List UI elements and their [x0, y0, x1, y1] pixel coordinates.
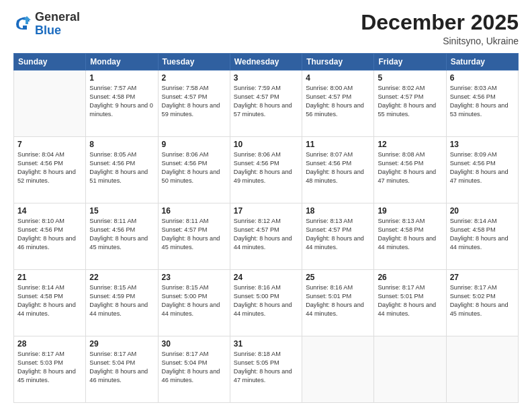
daylight-text: Daylight: 8 hours and 53 minutes.	[450, 101, 515, 119]
table-row	[14, 71, 86, 137]
daylight-text: Daylight: 8 hours and 47 minutes.	[378, 168, 442, 185]
sunrise-text: Sunrise: 7:59 AM	[234, 84, 298, 93]
sunset-text: Sunset: 5:02 PM	[450, 292, 515, 301]
day-number: 6	[450, 73, 515, 83]
sunset-text: Sunset: 4:57 PM	[162, 226, 226, 234]
sunset-text: Sunset: 4:58 PM	[89, 93, 154, 101]
day-number: 4	[306, 73, 370, 83]
sunrise-text: Sunrise: 8:15 AM	[162, 283, 226, 292]
sunset-text: Sunset: 5:03 PM	[17, 359, 82, 367]
sunset-text: Sunset: 5:01 PM	[306, 292, 370, 301]
sunrise-text: Sunrise: 8:17 AM	[378, 283, 442, 292]
daylight-text: Daylight: 8 hours and 59 minutes.	[162, 101, 226, 119]
day-number: 8	[89, 140, 154, 149]
day-number: 11	[306, 140, 370, 149]
table-row	[374, 336, 446, 403]
day-number: 5	[378, 73, 442, 83]
day-detail: Sunrise: 8:18 AMSunset: 5:05 PMDaylight:…	[234, 350, 298, 385]
calendar-table: Sunday Monday Tuesday Wednesday Thursday…	[13, 53, 519, 403]
sunrise-text: Sunrise: 8:16 AM	[306, 283, 370, 292]
sunrise-text: Sunrise: 8:10 AM	[17, 217, 82, 226]
table-row: 5Sunrise: 8:02 AMSunset: 4:57 PMDaylight…	[374, 71, 446, 137]
calendar-week-row: 14Sunrise: 8:10 AMSunset: 4:56 PMDayligh…	[14, 203, 519, 270]
daylight-text: Daylight: 8 hours and 45 minutes.	[162, 234, 226, 252]
sunrise-text: Sunrise: 8:11 AM	[162, 217, 226, 226]
table-row: 26Sunrise: 8:17 AMSunset: 5:01 PMDayligh…	[374, 270, 446, 336]
sunset-text: Sunset: 5:04 PM	[89, 359, 154, 367]
sunrise-text: Sunrise: 8:04 AM	[17, 150, 82, 159]
col-tuesday: Tuesday	[158, 54, 230, 71]
day-number: 2	[162, 73, 226, 83]
table-row: 19Sunrise: 8:13 AMSunset: 4:58 PMDayligh…	[374, 203, 446, 270]
table-row: 8Sunrise: 8:05 AMSunset: 4:56 PMDaylight…	[86, 137, 158, 203]
logo-icon	[13, 15, 32, 34]
day-detail: Sunrise: 8:00 AMSunset: 4:57 PMDaylight:…	[306, 84, 370, 119]
day-detail: Sunrise: 8:07 AMSunset: 4:56 PMDaylight:…	[306, 150, 370, 185]
title-block: December 2025 Sinitsyno, Ukraine	[361, 11, 519, 46]
daylight-text: Daylight: 8 hours and 44 minutes.	[89, 301, 154, 318]
sunset-text: Sunset: 4:58 PM	[450, 226, 515, 234]
sunrise-text: Sunrise: 8:12 AM	[234, 217, 298, 226]
table-row: 10Sunrise: 8:06 AMSunset: 4:56 PMDayligh…	[230, 137, 302, 203]
logo-text: General Blue	[35, 11, 80, 38]
table-row: 4Sunrise: 8:00 AMSunset: 4:57 PMDaylight…	[302, 71, 374, 137]
daylight-text: Daylight: 8 hours and 44 minutes.	[17, 301, 82, 318]
day-detail: Sunrise: 8:06 AMSunset: 4:56 PMDaylight:…	[162, 150, 226, 185]
sunset-text: Sunset: 5:04 PM	[162, 359, 226, 367]
sunrise-text: Sunrise: 8:02 AM	[378, 84, 442, 93]
day-detail: Sunrise: 8:03 AMSunset: 4:56 PMDaylight:…	[450, 84, 515, 119]
table-row: 2Sunrise: 7:58 AMSunset: 4:57 PMDaylight…	[158, 71, 230, 137]
table-row: 25Sunrise: 8:16 AMSunset: 5:01 PMDayligh…	[302, 270, 374, 336]
daylight-text: Daylight: 8 hours and 46 minutes.	[17, 234, 82, 252]
table-row: 16Sunrise: 8:11 AMSunset: 4:57 PMDayligh…	[158, 203, 230, 270]
table-row: 15Sunrise: 8:11 AMSunset: 4:56 PMDayligh…	[86, 203, 158, 270]
daylight-text: Daylight: 8 hours and 56 minutes.	[306, 101, 370, 119]
daylight-text: Daylight: 8 hours and 44 minutes.	[234, 234, 298, 252]
table-row: 23Sunrise: 8:15 AMSunset: 5:00 PMDayligh…	[158, 270, 230, 336]
sunset-text: Sunset: 4:56 PM	[378, 159, 442, 168]
daylight-text: Daylight: 8 hours and 46 minutes.	[89, 367, 154, 385]
table-row: 9Sunrise: 8:06 AMSunset: 4:56 PMDaylight…	[158, 137, 230, 203]
sunset-text: Sunset: 4:56 PM	[162, 159, 226, 168]
calendar-header-row: Sunday Monday Tuesday Wednesday Thursday…	[14, 54, 519, 71]
daylight-text: Daylight: 8 hours and 45 minutes.	[17, 367, 82, 385]
sunrise-text: Sunrise: 8:00 AM	[306, 84, 370, 93]
day-number: 29	[89, 339, 154, 349]
day-detail: Sunrise: 7:58 AMSunset: 4:57 PMDaylight:…	[162, 84, 226, 119]
day-detail: Sunrise: 7:59 AMSunset: 4:57 PMDaylight:…	[234, 84, 298, 119]
calendar-week-row: 28Sunrise: 8:17 AMSunset: 5:03 PMDayligh…	[14, 336, 519, 403]
table-row: 31Sunrise: 8:18 AMSunset: 5:05 PMDayligh…	[230, 336, 302, 403]
day-number: 16	[162, 206, 226, 216]
daylight-text: Daylight: 8 hours and 45 minutes.	[89, 234, 154, 252]
month-title: December 2025	[361, 11, 519, 34]
daylight-text: Daylight: 8 hours and 47 minutes.	[450, 168, 515, 185]
sunset-text: Sunset: 4:58 PM	[378, 226, 442, 234]
day-detail: Sunrise: 8:13 AMSunset: 4:58 PMDaylight:…	[378, 217, 442, 252]
day-number: 30	[162, 339, 226, 349]
sunset-text: Sunset: 4:57 PM	[306, 226, 370, 234]
daylight-text: Daylight: 8 hours and 44 minutes.	[306, 301, 370, 318]
table-row: 18Sunrise: 8:13 AMSunset: 4:57 PMDayligh…	[302, 203, 374, 270]
sunrise-text: Sunrise: 8:15 AM	[89, 283, 154, 292]
col-monday: Monday	[86, 54, 158, 71]
sunrise-text: Sunrise: 8:18 AM	[234, 350, 298, 359]
sunset-text: Sunset: 4:56 PM	[450, 159, 515, 168]
table-row: 22Sunrise: 8:15 AMSunset: 4:59 PMDayligh…	[86, 270, 158, 336]
day-number: 24	[234, 273, 298, 282]
sunrise-text: Sunrise: 8:07 AM	[306, 150, 370, 159]
day-detail: Sunrise: 8:09 AMSunset: 4:56 PMDaylight:…	[450, 150, 515, 185]
sunrise-text: Sunrise: 8:06 AM	[234, 150, 298, 159]
day-number: 17	[234, 206, 298, 216]
header: General Blue December 2025 Sinitsyno, Uk…	[13, 11, 519, 46]
day-detail: Sunrise: 8:15 AMSunset: 4:59 PMDaylight:…	[89, 283, 154, 318]
day-number: 23	[162, 273, 226, 282]
sunrise-text: Sunrise: 8:11 AM	[89, 217, 154, 226]
day-detail: Sunrise: 8:05 AMSunset: 4:56 PMDaylight:…	[89, 150, 154, 185]
daylight-text: Daylight: 8 hours and 50 minutes.	[162, 168, 226, 185]
table-row: 29Sunrise: 8:17 AMSunset: 5:04 PMDayligh…	[86, 336, 158, 403]
day-detail: Sunrise: 8:02 AMSunset: 4:57 PMDaylight:…	[378, 84, 442, 119]
day-detail: Sunrise: 7:57 AMSunset: 4:58 PMDaylight:…	[89, 84, 154, 119]
daylight-text: Daylight: 8 hours and 55 minutes.	[378, 101, 442, 119]
daylight-text: Daylight: 8 hours and 57 minutes.	[234, 101, 298, 119]
daylight-text: Daylight: 8 hours and 48 minutes.	[306, 168, 370, 185]
